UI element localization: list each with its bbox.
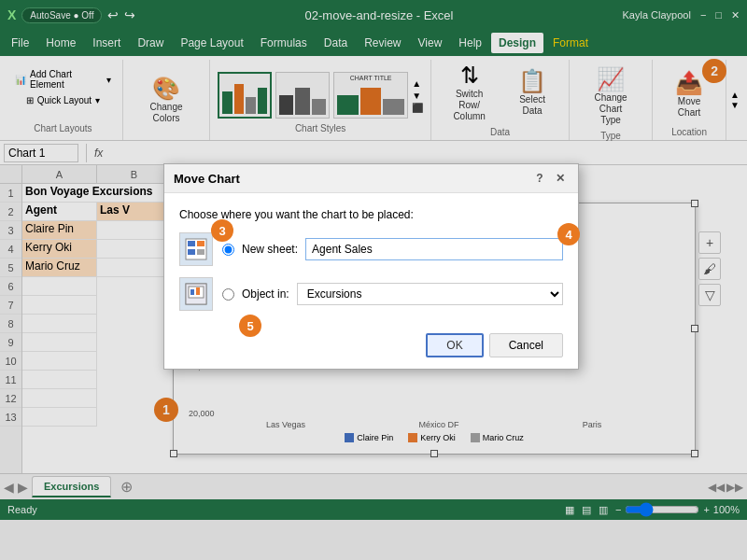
row-num-12: 12 xyxy=(0,389,21,408)
cell-a5[interactable]: Mario Cruz xyxy=(22,259,97,277)
prev-page-btn[interactable]: ◀◀ xyxy=(708,481,725,494)
dialog-help-button[interactable]: ? xyxy=(531,170,548,187)
menu-formulas[interactable]: Formulas xyxy=(253,33,315,53)
ribbon-scroll-down[interactable]: ▼ xyxy=(730,100,740,110)
data-buttons: ⇅ Switch Row/Column 📋 Select Data xyxy=(439,60,561,127)
legend-color-kerry xyxy=(408,433,417,442)
cell-a3[interactable]: Claire Pin xyxy=(22,221,97,240)
scroll-left-sheets[interactable]: ◀ xyxy=(4,480,14,495)
redo-icon[interactable]: ↪ xyxy=(124,7,135,22)
cell-a9[interactable] xyxy=(22,333,97,352)
add-sheet-button[interactable]: ⊕ xyxy=(115,478,138,496)
cell-a13[interactable] xyxy=(22,408,97,427)
cell-b3[interactable] xyxy=(97,221,172,240)
view-normal-icon[interactable]: ▦ xyxy=(565,504,574,516)
style-2[interactable] xyxy=(275,72,330,119)
minimize-button[interactable]: − xyxy=(700,9,706,21)
svg-rect-3 xyxy=(188,249,195,255)
row-num-8: 8 xyxy=(0,315,21,333)
undo-icon[interactable]: ↩ xyxy=(107,7,119,22)
chart-styles-group: CHART TITLE ▲ ▼ ⬛ Chart Styles xyxy=(210,60,431,140)
zoom-controls: − + 100% xyxy=(615,502,740,517)
cell-b2[interactable]: Las V xyxy=(97,203,172,221)
chart-filter-btn[interactable]: ▽ xyxy=(698,284,721,306)
menu-file[interactable]: File xyxy=(4,33,36,53)
cell-a6[interactable] xyxy=(22,277,97,296)
new-sheet-radio[interactable] xyxy=(222,244,234,256)
location-group: 📤 Move Chart 2 Location xyxy=(653,60,726,140)
menu-draw[interactable]: Draw xyxy=(130,33,171,53)
cell-a2[interactable]: Agent xyxy=(22,203,97,221)
quick-layout-icon: ⊞ xyxy=(26,95,34,105)
cell-b5[interactable] xyxy=(97,259,172,277)
expand-icon[interactable]: ⬛ xyxy=(412,103,423,113)
cancel-button[interactable]: Cancel xyxy=(489,333,563,357)
cell-a11[interactable] xyxy=(22,371,97,389)
quick-layout-button[interactable]: ⊞ Quick Layout ▾ xyxy=(22,93,104,107)
select-data-button[interactable]: 📋 Select Data xyxy=(503,65,561,121)
row-num-3: 3 xyxy=(0,221,21,240)
menu-design[interactable]: Design xyxy=(491,33,543,53)
object-in-radio[interactable] xyxy=(222,288,234,301)
view-page-layout-icon[interactable]: ▤ xyxy=(582,504,591,516)
sheet-tab-excursions[interactable]: Excursions xyxy=(32,476,111,497)
zoom-slider[interactable] xyxy=(625,502,699,517)
object-in-dropdown[interactable]: Excursions xyxy=(297,283,563,305)
change-chart-type-button[interactable]: 📈 Change ChartType xyxy=(577,63,644,131)
title-bar-right: Kayla Claypool − □ ✕ xyxy=(623,9,740,21)
svg-rect-8 xyxy=(190,289,194,295)
legend-label-claire: Claire Pin xyxy=(357,433,393,442)
menu-review[interactable]: Review xyxy=(357,33,408,53)
legend-color-claire xyxy=(345,433,354,442)
row-num-1: 1 xyxy=(0,184,21,203)
fx-label: fx xyxy=(94,147,103,160)
dialog-footer: OK Cancel 5 xyxy=(164,326,578,369)
move-chart-button[interactable]: 📤 Move Chart 2 xyxy=(660,67,718,123)
ribbon-scroll: ▲ ▼ xyxy=(726,60,743,140)
menu-format[interactable]: Format xyxy=(545,33,596,53)
menu-home[interactable]: Home xyxy=(38,33,83,53)
ribbon-scroll-up[interactable]: ▲ xyxy=(730,90,740,100)
scroll-down-icon[interactable]: ▼ xyxy=(412,91,423,101)
scroll-right-sheets[interactable]: ▶ xyxy=(18,480,28,495)
autosave-toggle[interactable]: AutoSave ● Off xyxy=(21,7,102,23)
scroll-up-icon[interactable]: ▲ xyxy=(412,78,423,89)
cell-a4[interactable]: Kerry Oki xyxy=(22,240,97,259)
legend-kerry: Kerry Oki xyxy=(408,433,456,442)
cell-b4[interactable] xyxy=(97,240,172,259)
next-page-btn[interactable]: ▶▶ xyxy=(726,481,743,494)
new-sheet-label: New sheet: xyxy=(242,243,298,256)
cell-a12[interactable] xyxy=(22,389,97,408)
chart-layouts-label: Chart Layouts xyxy=(11,123,115,136)
add-chart-element-button[interactable]: 📊 Add Chart Element ▾ xyxy=(11,67,115,91)
cell-a7[interactable] xyxy=(22,296,97,315)
switch-row-col-button[interactable]: ⇅ Switch Row/Column xyxy=(439,60,500,127)
dropdown-arrow: ▾ xyxy=(106,75,111,85)
zoom-in-button[interactable]: + xyxy=(703,504,709,515)
zoom-out-button[interactable]: − xyxy=(615,504,621,515)
menu-view[interactable]: View xyxy=(411,33,450,53)
add-element-btn[interactable]: + xyxy=(698,231,721,254)
name-box[interactable] xyxy=(4,144,78,162)
change-colors-button[interactable]: 🎨 Change Colors xyxy=(131,73,202,129)
menu-insert[interactable]: Insert xyxy=(85,33,128,53)
view-page-break-icon[interactable]: ▥ xyxy=(599,504,608,516)
step-badge-3: 3 xyxy=(211,219,233,242)
cell-a10[interactable] xyxy=(22,352,97,371)
cell-a1[interactable]: Bon Voyage Excursions xyxy=(22,184,172,203)
ok-button[interactable]: OK xyxy=(426,333,483,357)
menu-help[interactable]: Help xyxy=(451,33,489,53)
close-button[interactable]: ✕ xyxy=(731,9,740,21)
style-1[interactable] xyxy=(218,72,272,119)
dialog-close-button[interactable]: ✕ xyxy=(552,170,569,187)
layout-buttons: 📊 Add Chart Element ▾ ⊞ Quick Layout ▾ xyxy=(11,63,115,123)
cell-a8[interactable] xyxy=(22,315,97,333)
status-right: ▦ ▤ ▥ − + 100% xyxy=(565,502,740,517)
menu-page-layout[interactable]: Page Layout xyxy=(173,33,250,53)
chart-styles-btn[interactable]: 🖌 xyxy=(698,258,721,280)
move-chart-dialog[interactable]: Move Chart ? ✕ Choose where you want the… xyxy=(163,163,579,370)
style-3[interactable]: CHART TITLE xyxy=(333,72,408,119)
maximize-button[interactable]: □ xyxy=(715,9,722,21)
menu-data[interactable]: Data xyxy=(317,33,355,53)
new-sheet-input[interactable] xyxy=(305,238,563,260)
